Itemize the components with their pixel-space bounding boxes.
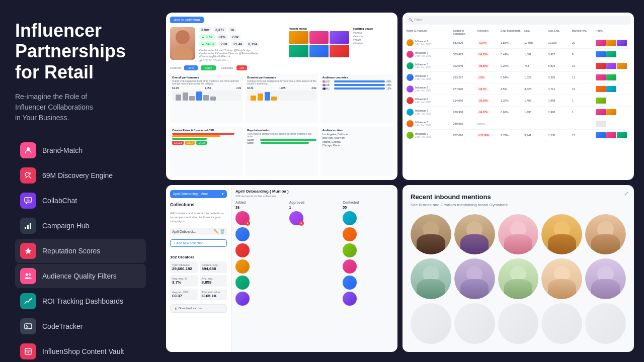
svg-rect-6 bbox=[25, 227, 26, 229]
contacted-avatar-6 bbox=[343, 292, 357, 306]
total-followers-value: 29,600,192 bbox=[172, 266, 196, 271]
left-panel: InfluencerPartnershipsfor Retail Re-imag… bbox=[0, 0, 161, 362]
quality-bar bbox=[260, 139, 316, 141]
avg-cpe-value: £0.37 bbox=[172, 294, 196, 298]
mentions-grid-row3 bbox=[411, 303, 626, 344]
connect-pct-btn[interactable]: 47% bbox=[184, 65, 198, 70]
rate-btn-3[interactable]: £4,08 bbox=[196, 141, 207, 145]
sidebar-item-discovery-engine[interactable]: 69M Discovery Engine bbox=[15, 163, 146, 188]
branded-stats-row: 64.8k1,6852.0k bbox=[247, 86, 316, 89]
table-row: Influencer 414th Feb 2023 283,297 -31% 0… bbox=[406, 72, 631, 83]
audience-cities-title: Audience cities bbox=[323, 129, 391, 132]
sidebar-item-roi-tracking[interactable]: ROI Tracking Dashboards bbox=[15, 289, 146, 313]
sidebar-item-collab-chat[interactable]: CollabChat bbox=[15, 189, 146, 213]
stat-21k: 21.4k bbox=[231, 41, 245, 47]
profile-bottom-sections-2: Creator Rates & forecasted CPE £4,023 £5… bbox=[170, 127, 393, 176]
hero-subtitle: Re-imagine the Role ofInfluencer Collabo… bbox=[15, 92, 146, 123]
sidebar-item-code-tracker[interactable]: CodeTracker bbox=[15, 314, 146, 338]
mention-avatar-7 bbox=[454, 258, 495, 299]
potential-eng-stat: Potential eng. 894,688 bbox=[200, 261, 227, 273]
faded-avatar-5 bbox=[585, 303, 626, 344]
rate-bars bbox=[172, 133, 241, 140]
hero-title: InfluencerPartnershipsfor Retail bbox=[15, 20, 146, 82]
contacted-avatar-1 bbox=[343, 211, 357, 225]
dropdown-chevron: ▾ bbox=[222, 192, 224, 196]
collection-item-name: April Onboardi... bbox=[172, 230, 196, 233]
collection-item[interactable]: April Onboardi... ✏️ 🗑️ bbox=[170, 228, 227, 235]
svg-rect-5 bbox=[25, 198, 32, 202]
growth-2: ▲ 64.8k bbox=[199, 41, 216, 47]
download-icon: ⬇ bbox=[175, 307, 177, 310]
row-1-date: 583,526 bbox=[453, 41, 476, 44]
media-thumb-6 bbox=[330, 45, 349, 57]
following: 1k bbox=[228, 27, 236, 33]
sidebar-item-brand-match[interactable]: Brand-Match bbox=[15, 138, 146, 162]
collections-sidebar: April Onboarding ( Muni... ▾ Collections… bbox=[166, 185, 231, 352]
row-8-name: Influencer 814th Feb 2023 bbox=[407, 120, 452, 127]
table-search[interactable]: 🔍 Filter bbox=[406, 16, 631, 25]
total-est-value: £165.1K bbox=[202, 294, 225, 298]
connect-apply-btn[interactable]: Apply bbox=[201, 65, 216, 70]
svg-point-20 bbox=[176, 30, 190, 44]
total-followers-stat: Total followers 29,600,192 bbox=[170, 261, 198, 273]
audience-cities: Audience cities Los Angeles, California … bbox=[320, 127, 393, 176]
faded-avatar-4 bbox=[541, 303, 582, 344]
row-7-name: Influencer 714th Feb 2023 bbox=[407, 109, 452, 116]
overall-stats-row: 61.1%1,0562.8k bbox=[172, 86, 241, 89]
table-row: Influencer 614th Feb 2023 214,056 -26.35… bbox=[406, 95, 631, 107]
table-header: Name & Account Added to Campaign Followe… bbox=[406, 28, 631, 37]
collections-title: Collections bbox=[221, 66, 233, 69]
add-collection-btn[interactable]: + Add new collection bbox=[170, 239, 227, 247]
rate-btn-2[interactable]: £517 bbox=[185, 141, 195, 145]
creator-avatar-5 bbox=[235, 276, 250, 290]
mention-avatar-2 bbox=[454, 214, 495, 255]
rate-btn-1[interactable]: £4,023 bbox=[172, 141, 184, 145]
add-to-collection-btn[interactable]: Add to collection bbox=[170, 17, 204, 23]
profile-location: 🔗 ADD TO CAMPAIGN ··· bbox=[199, 59, 285, 62]
contacted-creators bbox=[343, 211, 393, 306]
post-count: 2,371 bbox=[213, 27, 226, 33]
row-9-name: Influencer 914th Feb 2023 bbox=[407, 132, 452, 139]
sidebar-item-audience-quality[interactable]: Audience Quality Filters bbox=[15, 264, 146, 288]
media-thumb-5 bbox=[309, 45, 329, 57]
expand-icon[interactable]: ⤢ bbox=[624, 190, 629, 197]
mentions-grid-row2 bbox=[411, 258, 626, 299]
mention-avatar-6 bbox=[411, 258, 451, 299]
svg-point-11 bbox=[29, 274, 31, 276]
faded-avatar-1 bbox=[411, 303, 451, 344]
svg-point-4 bbox=[26, 177, 27, 178]
sidebar-item-content-vault[interactable]: InfluenShop Content Vault bbox=[15, 339, 146, 362]
overall-desc: Overall CPE engagement with other creato… bbox=[172, 80, 241, 85]
cities-list: Los Angeles, California New York, New Yo… bbox=[323, 133, 391, 148]
collection-dropdown[interactable]: April Onboarding ( Muni... ▾ bbox=[170, 190, 227, 198]
edit-icon[interactable]: ✏️ bbox=[214, 229, 219, 234]
sidebar-item-campaign-hub[interactable]: Campaign Hub bbox=[15, 214, 146, 238]
creator-rates: Creator Rates & forecasted CPE £4,023 £5… bbox=[170, 127, 243, 176]
mentions-inner: ⤢ Recent inbound mentions See Brands and… bbox=[403, 185, 634, 352]
rate-btns: £4,023 £517 £4,08 bbox=[172, 141, 241, 145]
branded-desc: Compare CPE rate engagement in video ver… bbox=[247, 80, 316, 85]
collections-title: Collections bbox=[170, 202, 227, 207]
overall-title: Overall performance bbox=[172, 76, 241, 79]
branded-performance: Branded performance Compare CPE rate eng… bbox=[245, 74, 318, 123]
svg-rect-7 bbox=[27, 225, 29, 229]
delete-icon[interactable]: 🗑️ bbox=[220, 229, 225, 234]
contacted-avatar-2 bbox=[343, 227, 357, 241]
safety-bar bbox=[261, 142, 309, 144]
svg-point-3 bbox=[29, 172, 31, 174]
avg-cpe-stat: Avg est. CPE £0.37 bbox=[170, 289, 198, 300]
creators-stats: 102 Creators Total followers 29,600,192 … bbox=[170, 255, 227, 313]
discovery-engine-label: 69M Discovery Engine bbox=[42, 171, 113, 179]
download-btn[interactable]: ⬇ Download as .csv bbox=[170, 304, 227, 313]
contacted-avatar-3 bbox=[343, 243, 357, 257]
campaign-hub-icon bbox=[20, 218, 36, 234]
content-vault-icon bbox=[20, 343, 36, 359]
country-bars: 🇺🇸 US 45% 🇬🇧 UK 28% 🇦🇺 AU 1 bbox=[323, 80, 391, 90]
collections-neg-btn[interactable]: -3% bbox=[236, 65, 248, 70]
row-1-name: Influencer 114th Feb 2023 bbox=[407, 39, 452, 46]
mentions-screen: ⤢ Recent inbound mentions See Brands and… bbox=[403, 185, 634, 352]
added-column: Added 38 ♥ bbox=[235, 201, 286, 306]
svg-line-2 bbox=[29, 176, 31, 178]
download-label: Download as .csv bbox=[179, 307, 202, 310]
sidebar-item-reputation-scores[interactable]: Reputation Scores bbox=[15, 239, 146, 263]
